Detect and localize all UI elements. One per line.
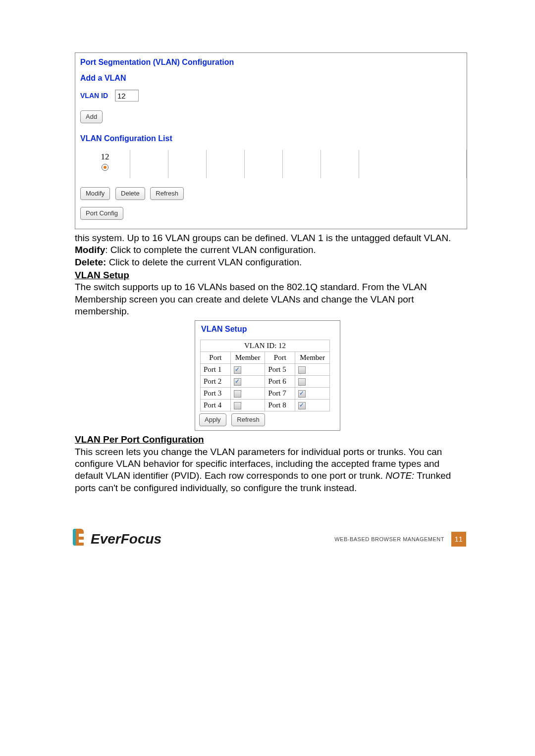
checkbox-port-1[interactable] bbox=[234, 366, 241, 374]
vlan-setup-heading: VLAN Setup bbox=[75, 270, 129, 280]
vlan-list-value: 12 bbox=[101, 152, 109, 161]
hdr-port-2: Port bbox=[265, 352, 295, 364]
vlan-id-input[interactable] bbox=[115, 90, 139, 101]
vlan-list-section: VLAN Configuration List bbox=[80, 134, 467, 143]
brand-text: EverFocus bbox=[91, 531, 161, 547]
page-footer: EverFocus WEB-BASED BROWSER MANAGEMENT 1… bbox=[73, 529, 467, 549]
checkbox-port-7[interactable] bbox=[298, 390, 306, 398]
vlan-list-radio[interactable] bbox=[102, 164, 108, 171]
cell-port: Port 5 bbox=[265, 364, 295, 376]
checkbox-port-6[interactable] bbox=[298, 378, 306, 386]
brand-icon bbox=[73, 529, 88, 549]
checkbox-port-4[interactable] bbox=[234, 402, 241, 409]
vlan-setup-title: VLAN Setup bbox=[201, 325, 337, 334]
cell-port: Port 1 bbox=[201, 364, 231, 376]
modify-button[interactable]: Modify bbox=[80, 187, 110, 200]
checkbox-port-5[interactable] bbox=[298, 366, 306, 374]
hdr-port-1: Port bbox=[201, 352, 231, 364]
cell-port: Port 4 bbox=[201, 400, 231, 411]
refresh-button-2[interactable]: Refresh bbox=[231, 413, 265, 426]
delete-button[interactable]: Delete bbox=[115, 187, 145, 200]
brand-logo: EverFocus bbox=[73, 529, 161, 549]
vlan-id-header: VLAN ID: 12 bbox=[201, 340, 330, 352]
para-intro: this system. Up to 16 VLAN groups can be… bbox=[75, 232, 467, 244]
checkbox-port-3[interactable] bbox=[234, 390, 241, 398]
cell-port: Port 8 bbox=[265, 400, 295, 411]
footer-label: WEB-BASED BROWSER MANAGEMENT bbox=[334, 536, 444, 542]
checkbox-port-8[interactable] bbox=[298, 402, 306, 409]
cell-port: Port 6 bbox=[265, 376, 295, 388]
page-number: 11 bbox=[451, 532, 466, 547]
checkbox-port-2[interactable] bbox=[234, 378, 241, 386]
apply-button[interactable]: Apply bbox=[199, 413, 226, 426]
add-button[interactable]: Add bbox=[80, 110, 103, 123]
modify-desc: : Click to complete the current VLAN con… bbox=[105, 245, 316, 255]
vlan-id-label: VLAN ID bbox=[80, 92, 108, 100]
refresh-button[interactable]: Refresh bbox=[150, 187, 184, 200]
modify-label: Modify bbox=[75, 245, 105, 255]
vlan-setup-table: VLAN ID: 12 Port Member Port Member Port… bbox=[200, 340, 330, 411]
cell-port: Port 2 bbox=[201, 376, 231, 388]
delete-label: Delete: bbox=[75, 257, 106, 267]
port-config-button[interactable]: Port Config bbox=[80, 207, 123, 220]
panel-title: Port Segmentation (VLAN) Configuration bbox=[80, 58, 467, 67]
cell-port: Port 7 bbox=[265, 388, 295, 400]
delete-desc: Click to delete the current VLAN configu… bbox=[106, 257, 302, 267]
add-vlan-section: Add a VLAN bbox=[80, 74, 467, 83]
body-text: this system. Up to 16 VLAN groups can be… bbox=[75, 232, 467, 317]
perport-heading: VLAN Per Port Configuration bbox=[75, 434, 204, 445]
body-text-2: VLAN Per Port Configuration This screen … bbox=[75, 434, 467, 494]
vlan-config-panel: Port Segmentation (VLAN) Configuration A… bbox=[75, 52, 467, 229]
cell-port: Port 3 bbox=[201, 388, 231, 400]
hdr-member-2: Member bbox=[295, 352, 330, 364]
vlan-setup-panel: VLAN Setup VLAN ID: 12 Port Member Port … bbox=[195, 320, 340, 431]
perport-note-label: NOTE: bbox=[385, 470, 414, 481]
hdr-member-1: Member bbox=[230, 352, 265, 364]
vlan-setup-para: The switch supports up to 16 VLANs based… bbox=[75, 281, 467, 317]
vlan-list-row: 12 bbox=[80, 150, 467, 178]
